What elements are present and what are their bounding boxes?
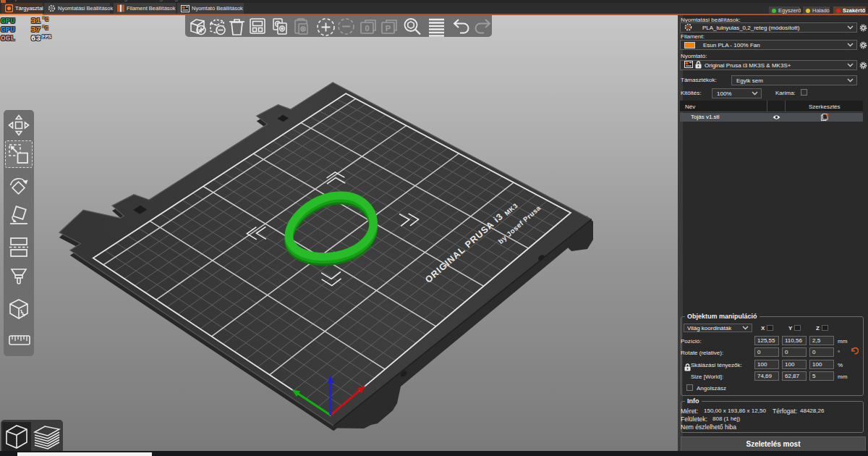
svg-text:0: 0 bbox=[365, 24, 369, 33]
svg-text:P: P bbox=[386, 24, 391, 33]
